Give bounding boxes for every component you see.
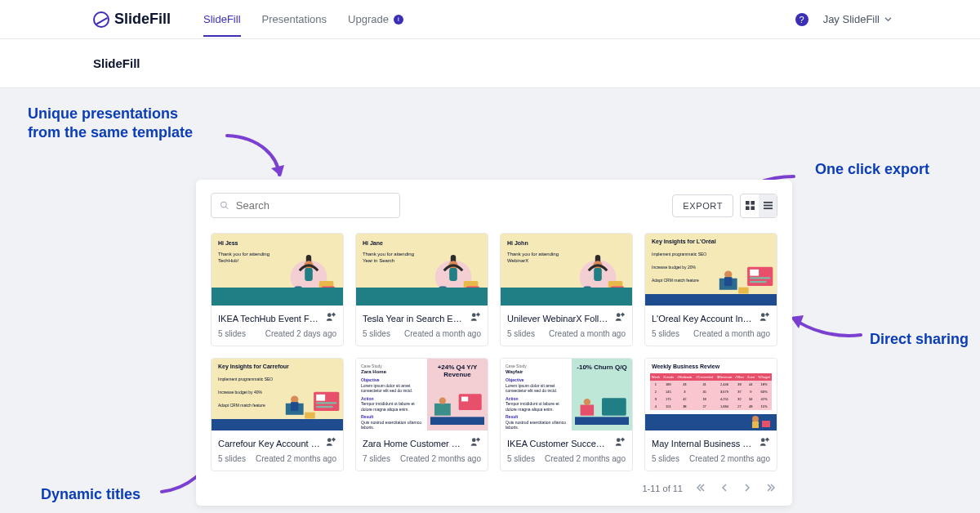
presentation-card[interactable]: Key Insights for Carrefour Implement pro… <box>211 358 344 471</box>
share-icon[interactable] <box>325 436 336 448</box>
share-button[interactable] <box>325 311 336 326</box>
nav-upgrade[interactable]: Upgrade i <box>348 2 403 37</box>
svg-rect-12 <box>305 268 313 281</box>
share-button[interactable] <box>470 311 481 326</box>
view-list-button[interactable] <box>759 194 777 217</box>
card-created: Created 2 days ago <box>265 329 336 338</box>
svg-point-53 <box>761 313 765 317</box>
svg-rect-71 <box>434 404 451 416</box>
share-icon[interactable] <box>614 311 626 323</box>
help-icon[interactable]: ? <box>795 13 808 26</box>
card-thumbnail: Case Study Wayfair ObjectiveLorem ipsum … <box>501 359 632 430</box>
presentation-card[interactable]: Hi Jane Thank you for attending Year in … <box>355 233 488 346</box>
svg-point-89 <box>761 438 765 442</box>
pagination-label: 1-11 of 11 <box>642 484 683 493</box>
svg-rect-25 <box>464 281 479 292</box>
thumb-title: Key Insights for Carrefour <box>218 364 289 369</box>
arrow-icon <box>786 312 867 345</box>
svg-rect-78 <box>602 398 626 415</box>
thumb-left: Case Study Zara Home ObjectiveLorem ipsu… <box>356 359 427 430</box>
share-button[interactable] <box>614 436 626 451</box>
presentation-card[interactable]: Weekly Business Review Week#Leads#Hotlea… <box>644 358 777 471</box>
page-last-button[interactable] <box>764 481 777 496</box>
info-badge-icon: i <box>394 15 403 25</box>
card-created: Created 2 months ago <box>400 454 481 463</box>
share-icon[interactable] <box>614 436 626 448</box>
card-slides: 5 slides <box>218 329 246 338</box>
thumb-line: Increase budget by 20% <box>652 265 696 270</box>
card-title: Carrefour Key Account Insig… <box>218 439 320 448</box>
card-title: Unilever WebinarX Follow-Up <box>507 314 609 323</box>
card-title: Zara Home Customer Succe… <box>363 439 465 448</box>
share-icon[interactable] <box>759 311 770 323</box>
annotation-sharing: Direct sharing <box>870 330 969 349</box>
card-slides: 5 slides <box>507 454 535 463</box>
svg-rect-8 <box>764 207 773 209</box>
illustration-icon <box>747 414 772 429</box>
view-grid-button[interactable] <box>741 194 759 217</box>
page-next-button[interactable] <box>742 481 753 496</box>
annotation-templates: Unique presentations from the same templ… <box>28 105 193 143</box>
thumb-greeting: Hi Jess <box>218 240 238 246</box>
illustration-icon <box>430 391 484 427</box>
share-button[interactable] <box>325 436 336 451</box>
thumb-title: Weekly Business Review <box>652 364 719 369</box>
presentations-grid: Hi Jess Thank you for attending TechHub!… <box>211 233 777 471</box>
page-first-button[interactable] <box>694 481 707 496</box>
svg-rect-81 <box>575 417 629 425</box>
presentation-card[interactable]: Case Study Zara Home ObjectiveLorem ipsu… <box>355 358 488 471</box>
thumb-metric: +24% Q4 Y/Y Revenue <box>432 364 483 378</box>
share-button[interactable] <box>759 311 770 326</box>
user-menu[interactable]: Jay SlideFill <box>823 13 892 25</box>
search-input-wrap[interactable] <box>211 193 400 218</box>
card-created: Created a month ago <box>404 329 481 338</box>
svg-point-0 <box>220 202 226 207</box>
svg-rect-38 <box>611 286 624 297</box>
share-button[interactable] <box>470 436 481 451</box>
share-button[interactable] <box>759 436 770 451</box>
nav-presentations[interactable]: Presentations <box>262 2 327 37</box>
card-slides: 5 slides <box>363 329 390 338</box>
nav-label: Presentations <box>262 13 327 25</box>
card-created: Created a month ago <box>549 329 626 338</box>
thumb-body: Thank you for attending Year in Search <box>363 252 416 265</box>
brand-logo[interactable]: SlideFill <box>93 11 171 28</box>
svg-rect-47 <box>750 277 770 279</box>
presentation-card[interactable]: Hi John Thank you for attending WebinarX… <box>500 233 633 346</box>
card-meta: Unilever WebinarX Follow-Up 5 slides Cre… <box>501 306 632 346</box>
thumb-line: Implement programmatic SEO <box>218 377 273 381</box>
svg-rect-87 <box>752 422 759 428</box>
share-icon[interactable] <box>470 436 481 448</box>
thumb-table: Week#Leads#Hotleads#Converted$Revenue#Wo… <box>650 373 772 410</box>
svg-rect-4 <box>746 206 750 210</box>
chevron-right-icon <box>743 483 751 493</box>
chevrons-right-icon <box>766 483 776 493</box>
illustration-icon <box>421 248 486 299</box>
nav-slidefill[interactable]: SlideFill <box>203 2 241 37</box>
annotation-export: One click export <box>815 160 929 179</box>
svg-point-72 <box>439 397 446 404</box>
thumb-line: Implement programmatic SEO <box>652 252 706 256</box>
svg-point-27 <box>439 286 447 294</box>
svg-rect-69 <box>459 394 482 410</box>
presentation-card[interactable]: Case Study Wayfair ObjectiveLorem ipsum … <box>500 358 633 471</box>
svg-point-82 <box>617 438 621 442</box>
annotation-titles: Dynamic titles <box>41 485 140 504</box>
share-icon[interactable] <box>325 311 336 323</box>
svg-rect-48 <box>750 281 766 283</box>
thumb-line: Increase budget by 40% <box>218 390 262 395</box>
share-icon[interactable] <box>470 311 481 323</box>
svg-rect-5 <box>751 206 755 210</box>
illustration-icon <box>575 391 629 427</box>
search-input[interactable] <box>236 199 391 212</box>
svg-rect-70 <box>461 397 468 402</box>
share-button[interactable] <box>614 311 626 326</box>
export-button[interactable]: EXPORT <box>672 194 733 217</box>
presentation-card[interactable]: Hi Jess Thank you for attending TechHub!… <box>211 233 344 346</box>
svg-rect-24 <box>449 268 457 281</box>
share-icon[interactable] <box>759 436 770 448</box>
presentation-card[interactable]: Key Insights for L'Oréal Implement progr… <box>644 233 777 346</box>
page-prev-button[interactable] <box>719 481 730 496</box>
svg-rect-3 <box>751 201 755 205</box>
card-title: Tesla Year in Search Event F… <box>363 314 465 323</box>
